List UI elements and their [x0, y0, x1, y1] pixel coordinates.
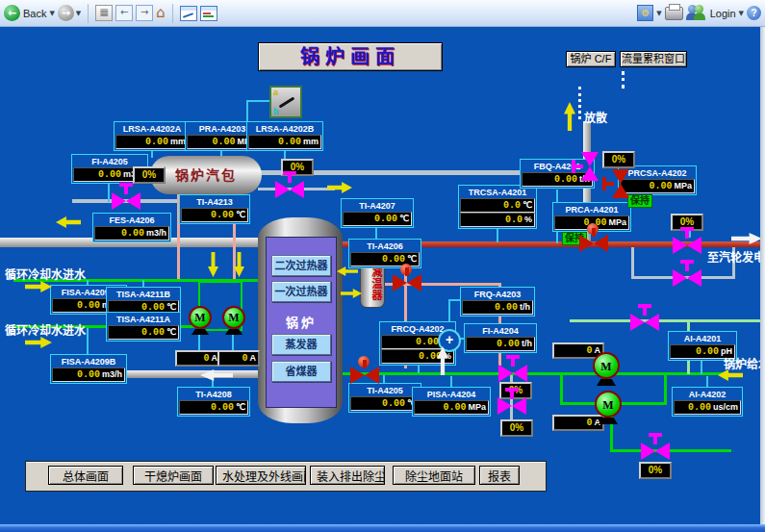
taskbar-edge: [0, 524, 765, 532]
instrument-unit: m3/h: [102, 368, 122, 381]
feedwater-pump-motor-2[interactable]: M: [595, 391, 622, 418]
instrument-TI-A4208[interactable]: TI-A4208 0.00℃: [177, 387, 250, 417]
prev-screen-icon[interactable]: ←: [115, 5, 133, 21]
instrument-value: 0.00: [465, 301, 518, 314]
instrument-TI-A4213[interactable]: TI-A4213 0.00℃: [179, 194, 250, 224]
instrument-tag: TI-A4206: [350, 241, 420, 252]
instrument-tag: PRCSA-A4202: [620, 167, 695, 179]
instrument-FRQ-A4203[interactable]: FRQ-A4203 0.00t/h: [460, 287, 535, 317]
cooling-pump-motor-2[interactable]: M: [222, 306, 245, 329]
instrument-TI-A4205[interactable]: TI-A4205 0.00℃: [348, 383, 421, 413]
flow-totalizer-window-button[interactable]: 流量累积窗口: [620, 51, 687, 67]
instrument-TRCSA-A4201[interactable]: TRCSA-A4201 0.0℃ 0.0%: [458, 185, 537, 229]
instrument-unit: us/cm: [713, 401, 738, 414]
instrument-value: 0.0: [463, 199, 521, 212]
copy-page-icon[interactable]: ▦: [95, 5, 113, 21]
gauge-position-b: b: [273, 107, 279, 116]
ammeter-value: 0: [221, 352, 248, 365]
instrument-TI-A4206[interactable]: TI-A4206 0.00℃: [348, 239, 421, 268]
instrument-LRSA-A4202B[interactable]: LRSA-A4202B 0.00mm: [246, 121, 323, 151]
feedwater-pump-motor-1[interactable]: M: [593, 352, 620, 379]
instrument-tag: TISA-A4211A: [108, 314, 179, 325]
instrument-FISA-A4209B[interactable]: FISA-A4209B 0.00m3/h: [50, 354, 127, 384]
drum-outlet-valve[interactable]: [275, 181, 304, 198]
home-icon[interactable]: ⌂: [156, 6, 166, 20]
boiler-label: 锅炉: [267, 313, 336, 331]
motor-label: M: [228, 311, 239, 324]
instrument-value: 0.00: [55, 299, 100, 312]
trend-chart-icon[interactable]: [180, 6, 197, 21]
instrument-FI-A4204[interactable]: FI-A4204 0.00t/h: [464, 323, 537, 353]
primary-superheater[interactable]: 一次过热器: [271, 281, 331, 302]
nav-water-treatment-screen[interactable]: 水处理及外线画面: [216, 466, 306, 485]
nav-report[interactable]: 报表: [479, 466, 520, 485]
selector-gauge[interactable]: a b: [269, 86, 302, 118]
login-caret-icon[interactable]: ▼: [739, 10, 744, 17]
feedwater-line: [331, 372, 729, 375]
drum-feed-valve[interactable]: [112, 192, 140, 210]
report-window-icon[interactable]: [200, 6, 217, 21]
instrument-TISA-A4211A[interactable]: TISA-A4211A 0.00℃: [106, 312, 181, 342]
instrument-value: 0.00: [190, 136, 235, 148]
next-screen-icon[interactable]: →: [136, 5, 153, 21]
steam-drum[interactable]: 锅炉汽包: [150, 156, 262, 194]
back-button[interactable]: ← Back ▼: [4, 5, 55, 21]
steam-control-valve[interactable]: [579, 235, 608, 252]
instrument-value: 0.00: [673, 345, 719, 358]
feedwater-valve[interactable]: [498, 365, 527, 382]
steam-bypass-valve[interactable]: [673, 269, 701, 287]
instrument-value-row: 0.00℃: [108, 325, 179, 340]
secondary-superheater[interactable]: 二次过热器: [271, 255, 331, 276]
economizer[interactable]: 省煤器: [271, 361, 331, 382]
evaporator[interactable]: 蒸发器: [271, 334, 331, 355]
instrument-FES-A4206[interactable]: FES-A4206 0.00m3/h: [92, 213, 171, 242]
back-icon: ←: [4, 5, 20, 21]
nav-cdq-furnace-screen[interactable]: 干熄炉画面: [133, 466, 214, 485]
instrument-tag: FISA-A4209B: [52, 356, 125, 367]
back-caret-icon[interactable]: ▼: [49, 10, 54, 17]
instrument-tag: TI-A4208: [179, 389, 248, 400]
nav-overall-screen[interactable]: 总体画面: [48, 466, 123, 485]
tools-caret-icon[interactable]: ▼: [656, 10, 661, 17]
steam-outlet-valve[interactable]: [673, 237, 701, 254]
instrument-value: 0.00: [623, 180, 672, 192]
steam-dots: [622, 71, 625, 89]
aux-water-valve[interactable]: [630, 314, 659, 331]
drain-valve[interactable]: [497, 397, 526, 415]
instrument-LRSA-A4202A[interactable]: LRSA-A4202A 0.00mm: [114, 121, 191, 151]
instrument-tag: TISA-A4211B: [108, 289, 179, 300]
tools-icon[interactable]: ⚙: [637, 5, 653, 21]
instrument-value-row: 0.00m3/h: [94, 226, 169, 241]
login-button[interactable]: Login ▼: [686, 5, 744, 21]
motor-label: M: [600, 360, 611, 373]
pressure-relief-valve[interactable]: [612, 169, 629, 198]
pump-loop-right: [664, 372, 667, 405]
pump-ammeter: 0A: [217, 350, 260, 367]
flow-arrow-right: [25, 281, 52, 292]
forward-button[interactable]: → ▼: [58, 5, 81, 21]
nav-charge-discharge-dedust[interactable]: 装入排出除尘: [310, 466, 385, 485]
hold-button[interactable]: 保持: [627, 194, 652, 208]
boiler-cf-button[interactable]: 锅炉 C/F: [566, 51, 616, 67]
nav-dedust-ground-station[interactable]: 除尘地面站: [393, 466, 475, 485]
instrument-value-row: 0.00mm: [115, 135, 189, 149]
forward-caret-icon[interactable]: ▼: [76, 10, 81, 17]
vent-valve[interactable]: [581, 152, 599, 181]
recirc-valve[interactable]: [641, 443, 670, 460]
instrument-PRCSA-A4202[interactable]: PRCSA-A4202 0.00MPa: [618, 165, 697, 195]
instrument-value-row: 0.0℃: [460, 198, 535, 213]
toolbar-separator: [88, 4, 89, 23]
instrument-value-row: 0.00MPa: [620, 179, 695, 193]
recirc-bottom-line: [610, 449, 731, 452]
print-icon[interactable]: [665, 7, 683, 20]
economizer-outlet-valve[interactable]: [350, 367, 379, 384]
instrument-TI-A4207[interactable]: TI-A4207 0.00℃: [341, 198, 414, 228]
instrument-PISA-A4204[interactable]: PISA-A4204 0.00MPa: [412, 387, 491, 417]
spray-water-valve[interactable]: [393, 274, 421, 291]
instrument-tag: TI-A4205: [350, 385, 420, 396]
instrument-AI-A4202[interactable]: AI-A4202 0.00us/cm: [672, 387, 743, 417]
login-label: Login: [710, 8, 736, 19]
cooling-pump-motor-1[interactable]: M: [189, 306, 212, 329]
motor-label: M: [194, 311, 205, 324]
help-icon[interactable]: ?: [747, 6, 761, 20]
